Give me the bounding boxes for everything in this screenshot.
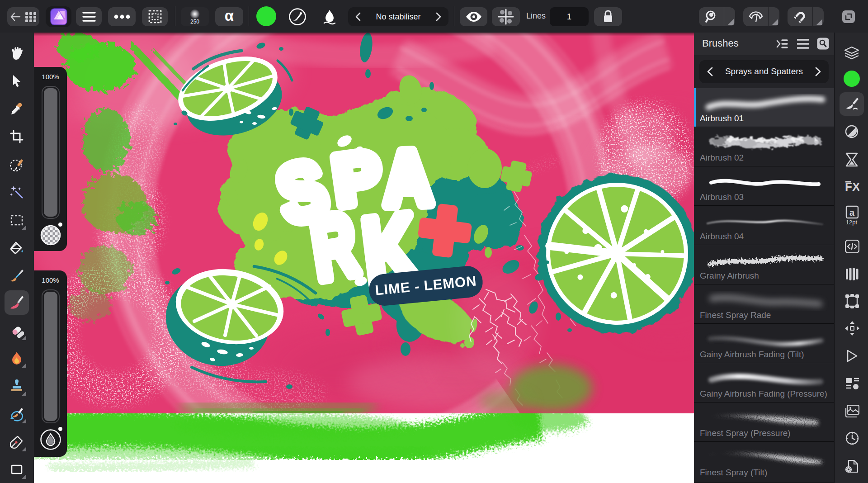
svg-text:FX: FX	[845, 181, 859, 194]
svg-text:a: a	[849, 208, 855, 218]
